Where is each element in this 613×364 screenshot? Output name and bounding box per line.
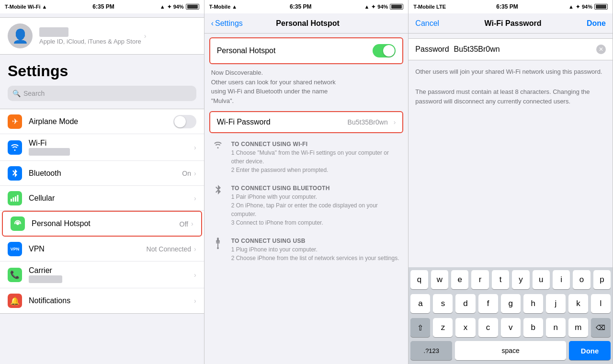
key-z[interactable]: z bbox=[433, 318, 453, 337]
key-u[interactable]: u bbox=[533, 270, 550, 289]
key-y[interactable]: y bbox=[512, 270, 529, 289]
hotspot-toggle-row[interactable]: Personal Hotspot bbox=[209, 37, 404, 64]
key-h[interactable]: h bbox=[523, 294, 543, 313]
svg-point-8 bbox=[217, 247, 219, 249]
key-g[interactable]: g bbox=[501, 294, 521, 313]
done-button[interactable]: Done bbox=[587, 19, 606, 28]
password-field-value[interactable]: Bu5t35Br0wn bbox=[454, 45, 596, 54]
key-space[interactable]: space bbox=[455, 341, 566, 360]
hotspot-toggle-label: Personal Hotspot bbox=[217, 46, 373, 55]
cancel-button[interactable]: Cancel bbox=[415, 19, 439, 28]
key-l[interactable]: l bbox=[591, 294, 611, 313]
row-vpn[interactable]: VPN VPN Not Connected › bbox=[0, 237, 204, 262]
connect-bt-text: TO CONNECT USING BLUETOOTH 1 Pair iPhone… bbox=[231, 184, 402, 227]
key-m[interactable]: m bbox=[568, 318, 588, 337]
key-c[interactable]: c bbox=[478, 318, 498, 337]
row-wifi[interactable]: Wi-Fi › bbox=[0, 134, 204, 161]
carrier-text-2: T-Mobile bbox=[209, 4, 231, 10]
battery-text-3: 94% bbox=[582, 4, 592, 10]
search-bar[interactable]: 🔍 Search bbox=[8, 86, 196, 101]
hotspot-desc-text: Now Discoverable.Other users can look fo… bbox=[211, 69, 336, 104]
battery-fill-2 bbox=[391, 5, 402, 9]
nav-back-button[interactable]: ‹ Settings bbox=[211, 19, 243, 28]
hotspot-description: Now Discoverable.Other users can look fo… bbox=[204, 64, 409, 111]
key-e[interactable]: e bbox=[451, 270, 468, 289]
bluetooth-content: Bluetooth bbox=[29, 169, 182, 178]
key-done[interactable]: Done bbox=[569, 341, 611, 360]
profile-sub: Apple ID, iCloud, iTunes & App Store bbox=[39, 38, 141, 45]
nav-title-wifi: Wi-Fi Password bbox=[439, 19, 587, 28]
carrier-label: Carrier bbox=[29, 266, 191, 275]
time-3: 6:35 PM bbox=[496, 3, 518, 10]
key-f[interactable]: f bbox=[478, 294, 498, 313]
status-carrier-3: T-Mobile LTE bbox=[413, 4, 446, 10]
key-n[interactable]: n bbox=[546, 318, 566, 337]
bluetooth-label: Bluetooth bbox=[29, 169, 182, 178]
key-o[interactable]: o bbox=[573, 270, 590, 289]
cellular-chevron: › bbox=[194, 194, 196, 202]
key-d[interactable]: d bbox=[455, 294, 475, 313]
clear-button[interactable]: ✕ bbox=[596, 45, 606, 54]
key-i[interactable]: i bbox=[553, 270, 570, 289]
wifi-blurred bbox=[29, 148, 70, 156]
row-airplane-mode[interactable]: ✈ Airplane Mode bbox=[0, 109, 204, 134]
nav-bar-wifi: Cancel Wi-Fi Password Done bbox=[409, 13, 613, 34]
notifications-label: Notifications bbox=[29, 296, 191, 305]
time-1: 6:35 PM bbox=[92, 3, 114, 10]
profile-section[interactable]: 👤 Apple ID, iCloud, iTunes & App Store › bbox=[0, 17, 204, 55]
search-icon: 🔍 bbox=[12, 90, 21, 97]
settings-panel: T-Mobile Wi-Fi ▲ 6:35 PM ▲ ✦ 94% 👤 Apple… bbox=[0, 0, 204, 364]
key-s[interactable]: s bbox=[433, 294, 453, 313]
carrier-blurred bbox=[29, 275, 62, 283]
airplane-mode-toggle[interactable] bbox=[173, 115, 196, 128]
svg-rect-5 bbox=[217, 238, 219, 242]
row-personal-hotspot[interactable]: Personal Hotspot Off › bbox=[2, 211, 202, 237]
hotspot-chevron: › bbox=[191, 220, 193, 228]
airplane-mode-content: Airplane Mode bbox=[29, 117, 170, 126]
wifi-password-chevron: › bbox=[394, 118, 396, 126]
row-notifications[interactable]: 🔔 Notifications › bbox=[0, 288, 204, 313]
key-b[interactable]: b bbox=[523, 318, 543, 337]
airplane-mode-icon: ✈ bbox=[8, 114, 22, 129]
key-p[interactable]: p bbox=[593, 270, 611, 289]
row-carrier[interactable]: 📞 Carrier › bbox=[0, 262, 204, 288]
key-shift[interactable]: ⇧ bbox=[410, 318, 430, 337]
bluetooth-icon-status: ✦ bbox=[167, 4, 171, 10]
key-q[interactable]: q bbox=[410, 270, 428, 289]
row-bluetooth[interactable]: Bluetooth On › bbox=[0, 161, 204, 186]
wifi-signal-icon: ▲ bbox=[42, 4, 47, 10]
wifi-icon bbox=[8, 140, 22, 155]
key-numbers[interactable]: .?123 bbox=[410, 341, 452, 360]
svg-rect-9 bbox=[216, 240, 217, 242]
keyboard-row-3: ⇧ z x c v b n m ⌫ bbox=[409, 315, 613, 339]
hotspot-icon bbox=[11, 216, 25, 231]
battery-icon-1 bbox=[186, 4, 199, 10]
connect-bt-icon bbox=[211, 184, 225, 195]
wifi-signal-icon-2: ▲ bbox=[232, 4, 237, 10]
key-x[interactable]: x bbox=[455, 318, 475, 337]
nav-back-label[interactable]: Settings bbox=[215, 19, 243, 28]
password-input-row[interactable]: Password Bu5t35Br0wn ✕ bbox=[409, 38, 613, 60]
nav-title-hotspot: Personal Hotspot bbox=[243, 19, 373, 28]
key-t[interactable]: t bbox=[492, 270, 509, 289]
battery-icon-3 bbox=[594, 4, 608, 10]
password-hint-text2: The password must contain at least 8 cha… bbox=[415, 88, 590, 105]
battery-fill-3 bbox=[596, 5, 606, 9]
key-r[interactable]: r bbox=[471, 270, 488, 289]
notifications-chevron: › bbox=[194, 297, 196, 305]
keyboard: q w e r t y u i o p a s d f g h j k l ⇧ … bbox=[409, 267, 613, 364]
connect-usb-icon bbox=[211, 237, 225, 249]
key-w[interactable]: w bbox=[431, 270, 448, 289]
profile-info: Apple ID, iCloud, iTunes & App Store bbox=[39, 27, 141, 45]
key-delete[interactable]: ⌫ bbox=[591, 318, 611, 337]
key-k[interactable]: k bbox=[568, 294, 588, 313]
key-a[interactable]: a bbox=[410, 294, 430, 313]
bluetooth-chevron: › bbox=[194, 170, 196, 177]
key-j[interactable]: j bbox=[546, 294, 566, 313]
hotspot-toggle-switch[interactable] bbox=[373, 44, 396, 57]
wifi-password-row[interactable]: Wi-Fi Password Bu5t35Br0wn › bbox=[209, 111, 404, 133]
key-v[interactable]: v bbox=[501, 318, 521, 337]
hotspot-value: Off bbox=[180, 220, 188, 228]
row-cellular[interactable]: Cellular › bbox=[0, 186, 204, 211]
cellular-label: Cellular bbox=[29, 194, 191, 203]
